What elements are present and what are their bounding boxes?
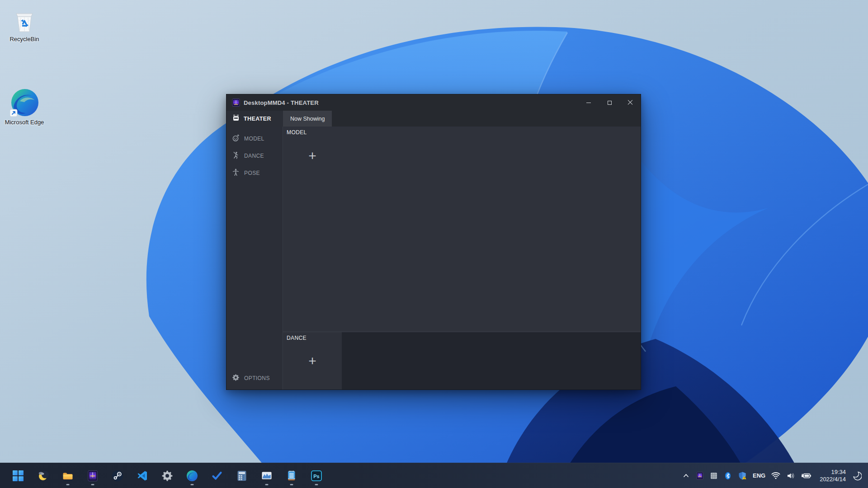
widgets-weather-button[interactable] bbox=[33, 465, 53, 487]
photoshop-icon: Ps bbox=[311, 470, 322, 482]
dancer-icon bbox=[232, 151, 240, 161]
vscode-button[interactable] bbox=[132, 465, 152, 487]
photoshop-button[interactable]: Ps bbox=[307, 465, 326, 487]
clock-date: 2022/4/14 bbox=[820, 476, 846, 483]
minimize-icon bbox=[586, 103, 591, 103]
desktopmmd-taskbar-button[interactable] bbox=[83, 465, 103, 487]
file-explorer-button[interactable] bbox=[58, 465, 78, 487]
blue-checkmark-icon bbox=[211, 470, 223, 482]
tray-chevron-up[interactable] bbox=[682, 472, 690, 479]
tray-volume-icon[interactable] bbox=[786, 471, 795, 480]
wifi-icon bbox=[771, 471, 780, 480]
svg-text:Ps: Ps bbox=[313, 473, 319, 479]
chevron-up-icon bbox=[682, 472, 690, 479]
window-controls bbox=[578, 94, 641, 111]
taskbar-clock[interactable]: 19:34 2022/4/14 bbox=[820, 469, 846, 483]
desktopmmd-window: DesktopMMD4 - THEATER bbox=[226, 94, 641, 390]
plus-icon: + bbox=[308, 149, 316, 163]
edge-taskbar-button[interactable] bbox=[182, 465, 202, 487]
system-tray: ENG bbox=[682, 463, 868, 488]
dance-panel: DANCE + bbox=[283, 332, 641, 389]
settings-button[interactable] bbox=[157, 465, 177, 487]
tray-security-shield-icon[interactable] bbox=[738, 471, 747, 480]
theater-label: THEATER bbox=[244, 116, 271, 122]
tray-grid-app-icon[interactable] bbox=[710, 472, 718, 480]
edge-logo-icon bbox=[10, 89, 39, 117]
grid-app-icon bbox=[710, 472, 718, 480]
window-content: MODEL + DANCE + bbox=[283, 127, 641, 389]
sidebar-item-model[interactable]: MODEL bbox=[226, 130, 283, 147]
steam-icon bbox=[112, 470, 123, 482]
dance-tile: DANCE + bbox=[283, 332, 342, 389]
tab-label: Now Showing bbox=[290, 116, 325, 122]
clock-time: 19:34 bbox=[820, 469, 846, 476]
pose-figure-icon bbox=[232, 169, 240, 178]
focus-assist-moon[interactable] bbox=[852, 471, 862, 481]
notepad-icon bbox=[286, 470, 297, 482]
start-button[interactable] bbox=[8, 465, 28, 487]
running-indicator bbox=[66, 484, 70, 485]
desktop-icon-microsoft-edge[interactable]: Microsoft Edge bbox=[3, 89, 46, 126]
maximize-icon bbox=[608, 101, 612, 105]
calculator-icon bbox=[236, 470, 248, 482]
crescent-moon-icon bbox=[852, 471, 862, 481]
theater-mode-header[interactable]: THEATER bbox=[226, 111, 283, 127]
desktopmmd-tray-icon bbox=[696, 472, 704, 480]
running-indicator bbox=[91, 484, 94, 485]
edge-icon bbox=[186, 470, 198, 482]
security-shield-warning-icon bbox=[738, 471, 747, 480]
desktopmmd-app-icon bbox=[232, 99, 240, 107]
speaker-icon bbox=[786, 471, 795, 480]
window-titlebar[interactable]: DesktopMMD4 - THEATER bbox=[226, 94, 641, 111]
notepad-button[interactable] bbox=[282, 465, 302, 487]
sidebar-item-label: MODEL bbox=[244, 136, 264, 142]
weather-moon-icon bbox=[37, 470, 49, 482]
gear-icon bbox=[232, 374, 240, 383]
sidebar-item-label: POSE bbox=[244, 170, 260, 176]
running-indicator bbox=[315, 484, 318, 485]
settings-gear-icon bbox=[161, 470, 173, 482]
sidebar-item-label: OPTIONS bbox=[244, 375, 270, 381]
calculator-button[interactable] bbox=[232, 465, 252, 487]
sidebar-item-pose[interactable]: POSE bbox=[226, 164, 283, 182]
minimize-button[interactable] bbox=[578, 94, 599, 111]
desktop-icon-label: Microsoft Edge bbox=[5, 119, 44, 126]
sidebar-item-label: DANCE bbox=[244, 153, 264, 159]
window-title: DesktopMMD4 - THEATER bbox=[244, 99, 319, 106]
taskbar-app-icons: Ps bbox=[0, 463, 331, 488]
running-indicator bbox=[265, 484, 269, 485]
window-sidebar: MODEL DANCE bbox=[226, 127, 283, 389]
language-indicator[interactable]: ENG bbox=[753, 472, 765, 479]
tray-battery-icon[interactable] bbox=[801, 471, 812, 480]
sidebar-item-dance[interactable]: DANCE bbox=[226, 147, 283, 164]
windows-start-icon bbox=[12, 470, 24, 482]
add-model-button[interactable]: + bbox=[283, 127, 342, 185]
todo-app-button[interactable] bbox=[207, 465, 227, 487]
desktopmmd-poster-icon bbox=[87, 470, 99, 482]
sidebar-item-options[interactable]: OPTIONS bbox=[226, 370, 283, 387]
model-panel: MODEL + bbox=[283, 127, 641, 332]
vscode-icon bbox=[137, 470, 148, 482]
taskbar: Ps bbox=[0, 463, 868, 488]
plus-icon: + bbox=[308, 354, 316, 368]
maximize-button[interactable] bbox=[599, 94, 620, 111]
file-explorer-icon bbox=[62, 470, 74, 482]
photos-icon bbox=[261, 470, 273, 482]
tray-desktopmmd-icon[interactable] bbox=[696, 472, 704, 480]
photos-button[interactable] bbox=[257, 465, 277, 487]
desktop-icon-recycle-bin[interactable]: RecycleBin bbox=[3, 5, 46, 42]
add-dance-button[interactable]: + bbox=[283, 332, 342, 389]
battery-charging-icon bbox=[801, 471, 812, 480]
steam-button[interactable] bbox=[108, 465, 127, 487]
desktop-icon-label: RecycleBin bbox=[9, 36, 39, 42]
close-button[interactable] bbox=[620, 94, 641, 111]
window-tab-row: THEATER Now Showing bbox=[226, 111, 641, 127]
sidebar-spacer bbox=[226, 182, 283, 370]
tray-bluetooth-icon[interactable] bbox=[724, 472, 732, 480]
model-face-icon bbox=[232, 134, 240, 144]
desktop-screen: RecycleBin Microsoft Edge bbox=[0, 0, 868, 488]
tab-now-showing[interactable]: Now Showing bbox=[283, 111, 332, 127]
close-icon bbox=[627, 100, 633, 105]
tray-wifi-icon[interactable] bbox=[771, 471, 780, 480]
running-indicator bbox=[290, 484, 293, 485]
